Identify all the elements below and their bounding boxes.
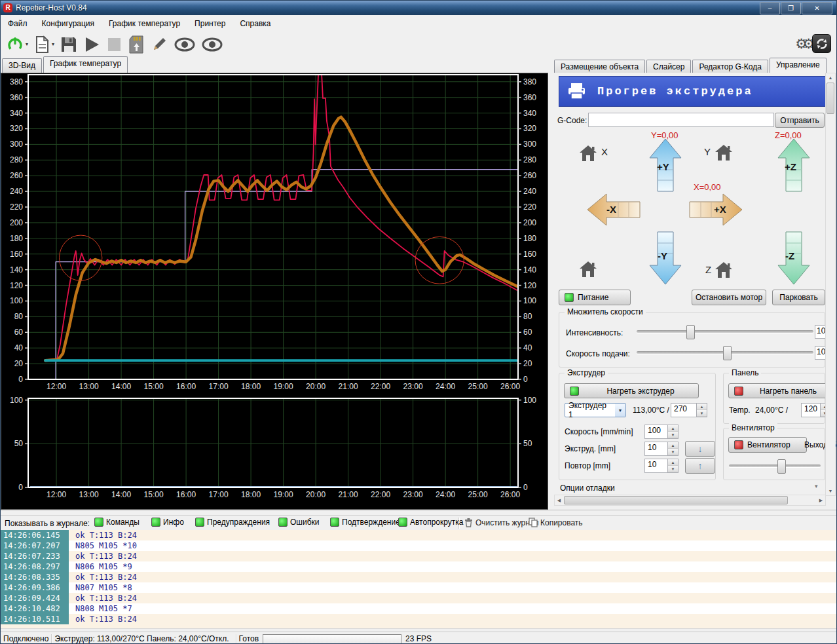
svg-text:260: 260 (523, 171, 536, 180)
file-dropdown-caret[interactable]: ▾ (52, 41, 54, 47)
log-timestamp: 14:26:07.207 (1, 540, 69, 551)
scroll-down-icon[interactable]: ▼ (826, 488, 835, 494)
menu-item-принтер[interactable]: Принтер (187, 16, 232, 31)
log-toggle-предупраждения[interactable]: Предупраждения (195, 518, 270, 527)
copy-log-button[interactable]: Копировать (529, 518, 583, 527)
emergency-reset-icon[interactable] (812, 34, 831, 53)
log-row: 14:26:08.335ok T:113 B:24 (1, 572, 836, 582)
svg-text:360: 360 (523, 93, 536, 102)
collapse-chevron-icon[interactable]: ▾ (815, 483, 818, 489)
log-toggle-инфо[interactable]: Инфо (151, 518, 184, 527)
extrude-length-spinner[interactable]: 10 ▲▼ (644, 442, 679, 456)
minimize-button[interactable]: – (760, 2, 780, 14)
clear-log-button[interactable]: Очистить журнал (464, 518, 539, 527)
panel-vertical-scrollbar[interactable]: ▲ ▼ (825, 73, 836, 496)
hscroll-thumb[interactable] (564, 496, 788, 504)
tab-управление[interactable]: Управление (770, 58, 827, 74)
power-dropdown-caret[interactable]: ▾ (26, 41, 28, 47)
fan-speed-slider[interactable] (729, 460, 821, 472)
home-z-icon[interactable] (715, 261, 733, 278)
log-toggle-ошибки[interactable]: Ошибки (278, 518, 320, 527)
scroll-up-icon[interactable]: ▲ (826, 75, 835, 81)
extrude-speed-spinner[interactable]: 100 ▲▼ (644, 425, 679, 439)
extrude-length-up[interactable]: ▲ (668, 442, 678, 449)
extrude-speed-value[interactable]: 100 (644, 425, 667, 439)
extruder-select-caret[interactable]: ▼ (615, 404, 625, 417)
power-icon[interactable]: ▾ (6, 35, 28, 54)
retract-length-up[interactable]: ▲ (668, 459, 678, 466)
bed-heat-led (734, 387, 743, 396)
log-row: 14:26:06.145ok T:113 B:24 (1, 530, 836, 540)
send-gcode-button[interactable]: Отправить (775, 113, 825, 128)
heat-extruder-button[interactable]: Нагреть экструдер (564, 383, 699, 398)
extrude-length-down[interactable]: ▼ (668, 449, 678, 455)
svg-text:24:00: 24:00 (436, 490, 455, 499)
extrude-speed-up[interactable]: ▲ (668, 425, 678, 432)
retract-length-down[interactable]: ▼ (668, 466, 678, 472)
svg-text:380: 380 (10, 77, 23, 86)
scroll-left-icon[interactable]: ◀ (556, 495, 562, 505)
menu-item-график-температур[interactable]: График температур (102, 16, 187, 31)
run-job-icon[interactable] (83, 35, 100, 54)
intensity-slider[interactable] (637, 326, 813, 337)
extruder-group-title: Экструдер (565, 368, 608, 377)
power-toggle-button[interactable]: Питание (559, 290, 631, 305)
svg-text:140: 140 (10, 265, 23, 275)
home-y-icon[interactable] (715, 144, 733, 161)
tab-редактор-g-кода[interactable]: Редактор G-Кода (692, 60, 768, 74)
log-output[interactable]: 14:26:06.145ok T:113 B:2414:26:07.207N80… (1, 530, 836, 628)
extruder-target-down[interactable]: ▼ (697, 410, 707, 417)
vscroll-thumb[interactable] (827, 83, 834, 114)
park-button[interactable]: Парковать (772, 290, 825, 305)
extrude-speed-down[interactable]: ▼ (668, 432, 678, 438)
log-toggle-автопрокрутка[interactable]: Автопрокрутка (398, 518, 463, 527)
retract-button[interactable]: ↑ (685, 458, 715, 474)
svg-text:17:00: 17:00 (209, 490, 229, 499)
fan-toggle-button[interactable]: Вентилятор (728, 437, 807, 453)
edit-icon[interactable] (150, 35, 168, 54)
title-bar[interactable]: R Repetier-Host V0.84 – ❐ ✕ (1, 1, 836, 15)
extruder-target-up[interactable]: ▲ (697, 404, 707, 410)
show-filament-eye-icon[interactable] (174, 36, 196, 53)
svg-text:17:00: 17:00 (209, 382, 229, 391)
extruder-target-spinner[interactable]: 270 ▲▼ (671, 403, 707, 417)
extruder-select[interactable]: Экструдер 1 ▼ (565, 403, 626, 417)
home-all-icon[interactable] (579, 261, 597, 278)
extruder-group: Экструдер Нагреть экструдер Экструдер 1 … (559, 373, 716, 480)
feedrate-slider[interactable] (637, 347, 813, 358)
retract-length-value[interactable]: 10 (644, 459, 667, 473)
menu-bar: ФайлКонфигурацияГрафик температурПринтер… (1, 15, 836, 32)
new-file-icon[interactable]: ▾ (33, 35, 54, 54)
svg-text:15:00: 15:00 (144, 490, 164, 499)
tab-размещение-объекта[interactable]: Размещение объекта (554, 60, 645, 74)
retract-length-spinner[interactable]: 10 ▲▼ (644, 459, 679, 473)
bed-target-value[interactable]: 120 (801, 403, 820, 417)
maximize-button[interactable]: ❐ (781, 2, 801, 14)
scroll-right-icon[interactable]: ▶ (818, 495, 824, 505)
menu-item-конфигурация[interactable]: Конфигурация (35, 16, 102, 31)
save-icon[interactable] (60, 35, 78, 54)
gcode-input[interactable] (588, 113, 774, 127)
extruder-target-value[interactable]: 270 (671, 403, 696, 417)
sd-card-icon[interactable] (128, 35, 145, 54)
log-message: N807 M105 *8 (69, 582, 836, 593)
tab-3d-вид[interactable]: 3D-Вид (2, 58, 42, 73)
menu-item-справка[interactable]: Справка (232, 16, 278, 31)
svg-text:200: 200 (10, 218, 23, 227)
close-button[interactable]: ✕ (802, 2, 832, 14)
extrude-length-value[interactable]: 10 (644, 442, 667, 456)
home-x-icon[interactable] (579, 145, 597, 162)
extrude-button[interactable]: ↓ (685, 441, 715, 457)
svg-text:18:00: 18:00 (241, 490, 261, 499)
tab-график-температур[interactable]: График температур (43, 56, 128, 73)
stop-motor-button[interactable]: Остановить мотор (692, 290, 766, 305)
panel-horizontal-scrollbar[interactable]: ◀ ▶ (554, 495, 826, 506)
menu-item-файл[interactable]: Файл (1, 16, 35, 31)
heat-bed-button[interactable]: Нагреть панель (728, 383, 830, 398)
show-travel-eye-icon[interactable] (201, 36, 223, 53)
tab-слайсер[interactable]: Слайсер (646, 60, 691, 74)
log-toggle-команды[interactable]: Команды (94, 518, 140, 527)
settings-gears-icon[interactable]: ⚙⚙ (795, 36, 809, 52)
svg-text:22:00: 22:00 (371, 490, 390, 499)
log-toggle-подтверждение[interactable]: Подтверждение (330, 518, 400, 527)
